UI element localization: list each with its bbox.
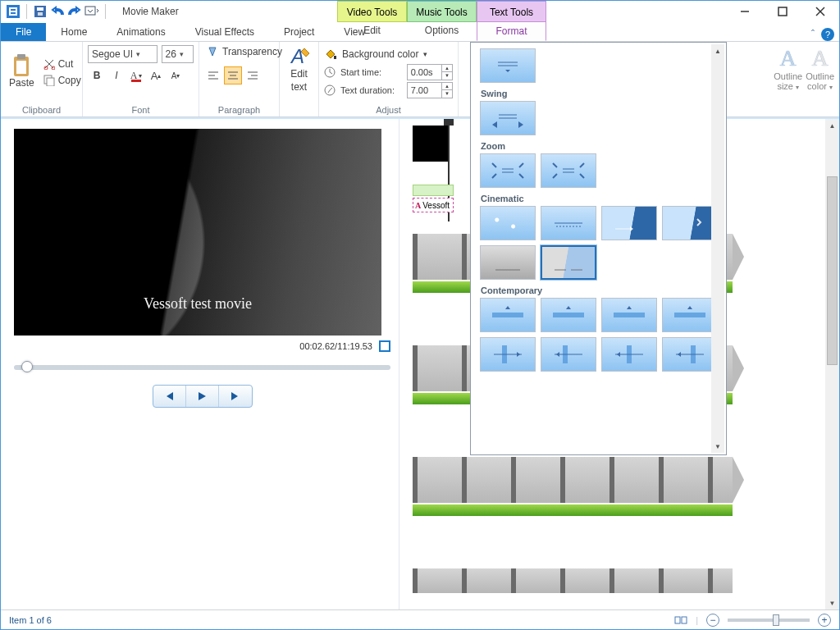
tab-visual-effects[interactable]: Visual Effects: [180, 23, 269, 41]
effect-option[interactable]: [480, 337, 536, 372]
fullscreen-icon[interactable]: [379, 340, 390, 352]
save-icon[interactable]: [33, 4, 48, 19]
timeline-clip[interactable]: [413, 457, 733, 503]
effects-scrollbar[interactable]: ▲ ▼: [711, 44, 724, 453]
tab-options[interactable]: Options: [407, 21, 477, 41]
align-left-button[interactable]: [204, 66, 222, 84]
align-right-button[interactable]: [244, 66, 262, 84]
svg-rect-14: [16, 61, 26, 74]
effect-option[interactable]: [601, 298, 657, 332]
effect-option[interactable]: [541, 337, 596, 372]
qat-more-icon[interactable]: [84, 4, 99, 19]
copy-label: Copy: [58, 75, 81, 86]
effect-option[interactable]: [662, 337, 718, 372]
edit-text-label2: text: [291, 81, 307, 93]
tab-file[interactable]: File: [1, 23, 46, 41]
transparency-button[interactable]: Transparency: [204, 45, 274, 58]
app-title: Movie Maker: [122, 1, 179, 22]
svg-rect-6: [38, 12, 43, 16]
tab-home[interactable]: Home: [46, 23, 102, 41]
font-family-combo[interactable]: Segoe UI▾: [88, 45, 158, 63]
redo-icon[interactable]: [67, 4, 82, 19]
effect-option-selected[interactable]: [541, 245, 596, 280]
preview-video[interactable]: Vessoft test movie: [14, 129, 381, 336]
italic-button[interactable]: I: [107, 66, 126, 84]
tab-animations[interactable]: Animations: [102, 23, 180, 41]
seek-thumb[interactable]: [21, 361, 33, 372]
outline-color-icon: A: [811, 45, 828, 71]
effect-option[interactable]: [541, 153, 596, 188]
paste-button[interactable]: Paste: [6, 54, 38, 90]
ribbon-group-font: Segoe UI▾ 26▾ B I A▾ A▴ A▾ Font: [83, 42, 199, 116]
outline-size-button[interactable]: A Outline size ▾: [774, 45, 802, 113]
view-switch-icon[interactable]: [674, 614, 687, 626]
text-a-icon: A: [415, 201, 421, 210]
next-frame-button[interactable]: [219, 386, 252, 407]
zoom-slider[interactable]: [728, 619, 810, 622]
tab-project[interactable]: Project: [269, 23, 329, 41]
effect-option[interactable]: [541, 298, 596, 332]
close-button[interactable]: [801, 1, 839, 22]
text-duration-spinner[interactable]: 7.00 ▲▼: [407, 82, 453, 98]
effects-scroll-up-icon[interactable]: ▲: [711, 44, 724, 57]
shrink-font-button[interactable]: A▾: [167, 66, 185, 84]
zoom-thumb[interactable]: [773, 614, 779, 626]
scroll-down-icon[interactable]: ▼: [825, 596, 839, 609]
edit-text-button[interactable]: A Edit text: [285, 45, 313, 94]
effect-option[interactable]: [601, 337, 657, 372]
text-duration-value: 7.00: [411, 85, 428, 95]
svg-rect-3: [11, 12, 16, 14]
effect-option[interactable]: [601, 206, 657, 240]
timeline-scrollbar[interactable]: ▲ ▼: [825, 119, 839, 609]
scrollbar-thumb[interactable]: [827, 176, 838, 365]
effect-option[interactable]: [480, 153, 536, 188]
bold-button[interactable]: B: [88, 66, 106, 84]
outline-color-button[interactable]: A Outline color ▾: [806, 45, 834, 113]
cut-button[interactable]: Cut: [42, 57, 83, 71]
zoom-in-button[interactable]: +: [818, 614, 831, 627]
scroll-up-icon[interactable]: ▲: [825, 119, 839, 132]
transparency-icon: [206, 46, 219, 57]
minimize-button[interactable]: [726, 1, 764, 22]
help-icon[interactable]: ?: [821, 28, 834, 41]
effect-option[interactable]: [480, 206, 536, 240]
svg-rect-49: [614, 313, 645, 317]
effect-option[interactable]: [480, 48, 536, 83]
tab-format[interactable]: Format: [477, 21, 546, 41]
effect-option[interactable]: [662, 206, 718, 240]
timeline-audio[interactable]: [413, 504, 733, 516]
start-time-value: 0.00s: [411, 67, 433, 77]
align-center-button[interactable]: [224, 66, 242, 84]
background-color-button[interactable]: Background color ▾: [324, 45, 453, 63]
copy-button[interactable]: Copy: [42, 74, 83, 87]
ribbon-collapse-icon[interactable]: ˆ: [811, 29, 815, 40]
start-time-spinner[interactable]: 0.00s ▲▼: [407, 64, 453, 80]
effect-option[interactable]: [541, 206, 596, 240]
grow-font-button[interactable]: A▴: [147, 66, 165, 84]
svg-rect-48: [553, 313, 584, 317]
effect-option[interactable]: [480, 101, 536, 135]
maximize-button[interactable]: [764, 1, 801, 22]
seek-slider[interactable]: [14, 365, 390, 370]
text-tools-tab-header: Text Tools: [477, 1, 546, 22]
effect-option[interactable]: [480, 245, 536, 280]
font-color-button[interactable]: A▾: [127, 66, 145, 84]
timeline-clip-title[interactable]: [413, 126, 449, 162]
effects-category-contemporary: Contemporary: [481, 285, 723, 295]
undo-icon[interactable]: [50, 4, 65, 19]
play-button[interactable]: [186, 386, 219, 407]
paragraph-group-label: Paragraph: [199, 105, 279, 115]
font-size-combo[interactable]: 26▾: [162, 45, 194, 63]
timeline-clip[interactable]: [413, 568, 733, 593]
effects-scroll-down-icon[interactable]: ▼: [711, 440, 724, 453]
effect-option[interactable]: [662, 298, 718, 332]
duration-icon: [324, 84, 336, 96]
title-text-track: AVessoft: [413, 198, 454, 212]
zoom-out-button[interactable]: −: [706, 614, 719, 627]
tab-edit[interactable]: Edit: [337, 21, 407, 41]
effect-option[interactable]: [480, 298, 536, 332]
timeline-title-track[interactable]: AVessoft: [413, 185, 454, 212]
statusbar: Item 1 of 6 | − +: [1, 609, 839, 629]
time-display: 00:02.62/11:19.53: [299, 341, 372, 351]
prev-frame-button[interactable]: [153, 386, 186, 407]
